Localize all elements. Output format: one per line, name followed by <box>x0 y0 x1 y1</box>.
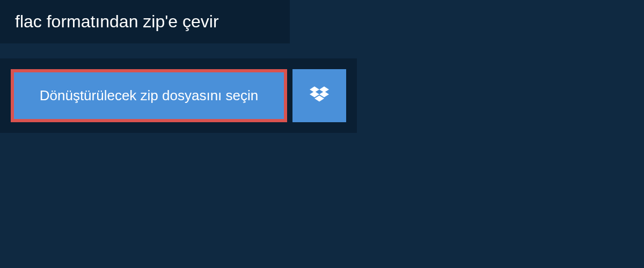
select-file-label: Dönüştürülecek zip dosyasını seçin <box>40 87 259 104</box>
dropbox-button[interactable] <box>292 69 346 122</box>
page-title: flac formatından zip'e çevir <box>15 12 275 32</box>
dropbox-icon <box>310 85 329 107</box>
upload-panel: Dönüştürülecek zip dosyasını seçin <box>0 58 357 133</box>
title-bar: flac formatından zip'e çevir <box>0 0 290 43</box>
select-file-button[interactable]: Dönüştürülecek zip dosyasını seçin <box>11 69 287 122</box>
